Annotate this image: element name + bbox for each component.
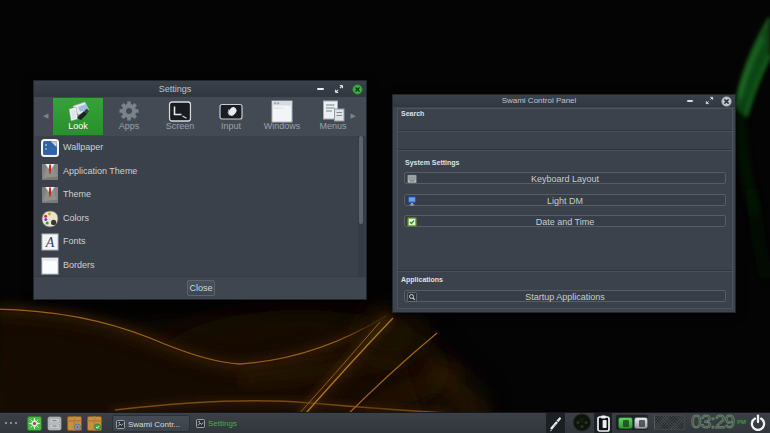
svg-text:A: A <box>45 235 55 250</box>
svg-text:03:29: 03:29 <box>691 412 735 432</box>
